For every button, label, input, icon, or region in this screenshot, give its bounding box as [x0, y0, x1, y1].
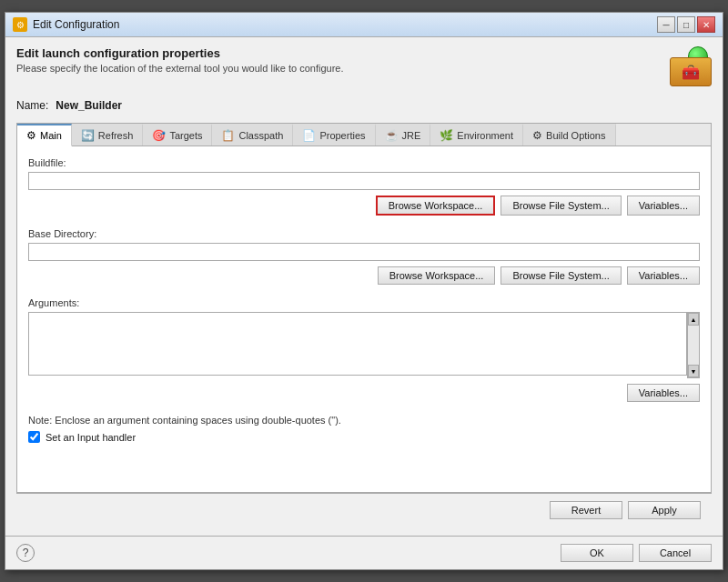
- tab-environment[interactable]: 🌿 Environment: [430, 124, 523, 146]
- build-options-tab-label: Build Options: [546, 130, 605, 141]
- tab-classpath[interactable]: 📋 Classpath: [212, 124, 293, 146]
- bottom-bar: Revert Apply: [16, 493, 712, 527]
- browse-workspace-button-2[interactable]: Browse Workspace...: [378, 266, 496, 285]
- refresh-tab-icon: 🔄: [81, 129, 95, 142]
- tab-properties[interactable]: 📄 Properties: [293, 124, 375, 146]
- tab-panel: ⚙ Main 🔄 Refresh 🎯 Targets 📋 Classpath 📄: [16, 123, 712, 493]
- header-title: Edit launch configuration properties: [16, 46, 344, 60]
- base-directory-button-row: Browse Workspace... Browse File System..…: [28, 266, 700, 285]
- buildfile-label: Buildfile:: [28, 157, 700, 168]
- tab-main[interactable]: ⚙ Main: [17, 124, 72, 146]
- jre-tab-icon: ☕: [385, 129, 399, 142]
- header-text: Edit launch configuration properties Ple…: [16, 46, 344, 74]
- tab-content-main: Buildfile: Browse Workspace... Browse Fi…: [17, 146, 711, 492]
- targets-tab-label: Targets: [169, 130, 202, 141]
- variables-button-3[interactable]: Variables...: [627, 384, 700, 402]
- name-value: New_Builder: [56, 99, 122, 112]
- window-icon: ⚙: [13, 17, 27, 32]
- footer-bar: ? OK Cancel: [5, 536, 723, 569]
- note-text: Note: Enclose an argument containing spa…: [28, 415, 700, 426]
- targets-tab-icon: 🎯: [152, 129, 166, 142]
- arguments-group: Arguments: ▲ ▼ Variables...: [28, 297, 700, 402]
- tab-bar: ⚙ Main 🔄 Refresh 🎯 Targets 📋 Classpath 📄: [17, 124, 711, 146]
- cancel-button[interactable]: Cancel: [639, 544, 712, 562]
- scrollbar-down-button[interactable]: ▼: [688, 365, 699, 377]
- browse-workspace-button-1[interactable]: Browse Workspace...: [376, 196, 496, 216]
- name-row: Name: New_Builder: [16, 95, 712, 115]
- header-subtitle: Please specify the location of the exter…: [16, 63, 344, 74]
- scrollbar-up-button[interactable]: ▲: [688, 313, 699, 326]
- tab-refresh[interactable]: 🔄 Refresh: [72, 124, 144, 146]
- revert-button[interactable]: Revert: [550, 501, 622, 519]
- main-tab-label: Main: [40, 130, 62, 141]
- variables-button-2[interactable]: Variables...: [627, 266, 700, 285]
- maximize-button[interactable]: □: [677, 16, 695, 33]
- tab-targets[interactable]: 🎯 Targets: [143, 124, 212, 146]
- base-directory-input[interactable]: [28, 243, 700, 261]
- close-button[interactable]: ✕: [697, 16, 715, 33]
- arguments-wrapper: ▲ ▼: [28, 312, 700, 378]
- minimize-button[interactable]: ─: [657, 16, 675, 33]
- base-directory-group: Base Directory: Browse Workspace... Brow…: [28, 228, 700, 285]
- help-icon[interactable]: ?: [16, 544, 35, 562]
- title-bar-controls: ─ □ ✕: [657, 16, 715, 33]
- name-label: Name:: [16, 99, 48, 112]
- build-options-tab-icon: ⚙: [532, 129, 542, 142]
- tab-build-options[interactable]: ⚙ Build Options: [523, 124, 615, 146]
- buildfile-button-row: Browse Workspace... Browse File System..…: [28, 196, 700, 216]
- input-handler-row: Set an Input handler: [28, 431, 700, 443]
- title-bar-left: ⚙ Edit Configuration: [13, 17, 119, 32]
- base-directory-label: Base Directory:: [28, 228, 700, 239]
- browse-filesystem-button-1[interactable]: Browse File System...: [500, 196, 621, 216]
- buildfile-input[interactable]: [28, 172, 700, 190]
- jre-tab-label: JRE: [402, 130, 421, 141]
- refresh-tab-label: Refresh: [98, 130, 134, 141]
- variables-button-1[interactable]: Variables...: [627, 196, 700, 216]
- tab-jre[interactable]: ☕ JRE: [376, 124, 431, 146]
- properties-tab-label: Properties: [319, 130, 365, 141]
- arguments-button-row: Variables...: [28, 384, 700, 402]
- footer-buttons: OK Cancel: [561, 544, 712, 562]
- window-title: Edit Configuration: [33, 18, 119, 31]
- arguments-scrollbar: ▲ ▼: [687, 312, 700, 378]
- classpath-tab-label: Classpath: [238, 130, 283, 141]
- edit-configuration-window: ⚙ Edit Configuration ─ □ ✕ Edit launch c…: [5, 12, 723, 570]
- arguments-textarea[interactable]: [28, 312, 687, 376]
- buildfile-group: Buildfile: Browse Workspace... Browse Fi…: [28, 157, 700, 216]
- header-icon: 🧰: [666, 46, 712, 86]
- environment-tab-icon: 🌿: [440, 129, 453, 142]
- input-handler-label[interactable]: Set an Input handler: [46, 432, 136, 443]
- browse-filesystem-button-2[interactable]: Browse File System...: [500, 266, 621, 285]
- apply-button[interactable]: Apply: [628, 501, 701, 519]
- properties-tab-icon: 📄: [302, 129, 316, 142]
- classpath-tab-icon: 📋: [221, 129, 235, 142]
- main-tab-icon: ⚙: [26, 129, 36, 142]
- arguments-label: Arguments:: [28, 297, 700, 308]
- toolbox-icon: 🧰: [670, 57, 712, 86]
- main-content: Edit launch configuration properties Ple…: [5, 37, 723, 536]
- input-handler-checkbox[interactable]: [28, 431, 40, 443]
- header-section: Edit launch configuration properties Ple…: [16, 46, 712, 86]
- title-bar: ⚙ Edit Configuration ─ □ ✕: [5, 13, 723, 37]
- ok-button[interactable]: OK: [561, 544, 633, 562]
- environment-tab-label: Environment: [457, 130, 513, 141]
